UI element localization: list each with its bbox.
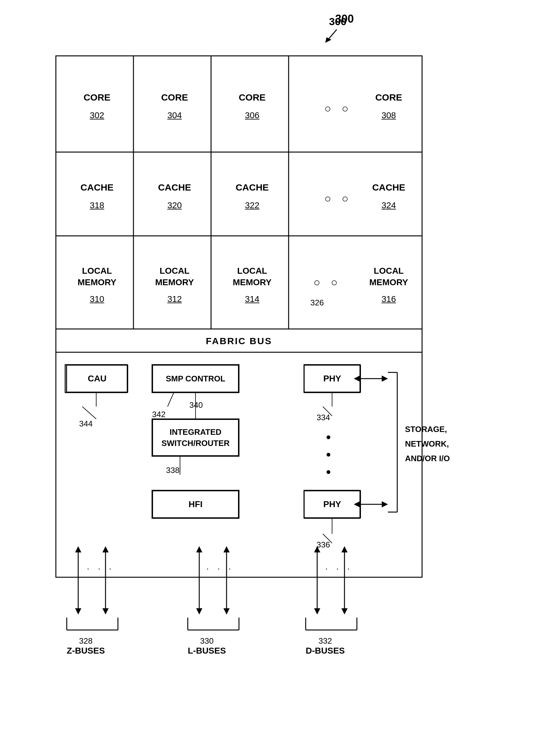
cache-320-ref: 320 bbox=[167, 200, 182, 210]
cache-318-label: CACHE bbox=[80, 182, 114, 193]
ref-326: 326 bbox=[310, 298, 324, 308]
smp-control-label: SMP CONTROL bbox=[166, 374, 225, 384]
phy-top-ref: 334 bbox=[317, 413, 330, 422]
core-308-ref: 308 bbox=[381, 110, 396, 120]
core-304-ref: 304 bbox=[167, 110, 182, 120]
mem-314-cell: LOCALMEMORY 314 bbox=[216, 241, 289, 329]
mem-312-cell: LOCALMEMORY 312 bbox=[138, 241, 211, 329]
core-302-cell: CORE 302 bbox=[61, 61, 133, 152]
svg-marker-70 bbox=[341, 546, 348, 552]
l-buses-label: 330 L-BUSES bbox=[188, 636, 226, 656]
core-308-label: CORE bbox=[375, 92, 402, 103]
phy-top-label: PHY bbox=[323, 374, 341, 384]
cache-318-cell: CACHE 318 bbox=[61, 157, 133, 236]
mem-312-ref: 312 bbox=[167, 294, 182, 304]
storage-network-label: STORAGE, NETWORK, AND/OR I/O bbox=[405, 422, 450, 466]
core-304-cell: CORE 304 bbox=[138, 61, 211, 152]
svg-marker-68 bbox=[341, 608, 348, 614]
core-304-label: CORE bbox=[161, 92, 188, 103]
svg-marker-59 bbox=[223, 546, 230, 552]
z-dots: . . . bbox=[87, 562, 115, 572]
d-dots: . . . bbox=[325, 562, 353, 572]
fabric-bus-label: FABRIC BUS bbox=[206, 336, 272, 346]
phy-top-box: PHY bbox=[304, 365, 361, 393]
svg-marker-33 bbox=[382, 501, 388, 507]
cache-324-label: CACHE bbox=[372, 182, 405, 193]
ref-338: 338 bbox=[166, 466, 179, 475]
storage-line2: NETWORK, bbox=[405, 437, 450, 451]
cau-ref: 344 bbox=[79, 419, 92, 429]
mem-314-label: LOCALMEMORY bbox=[233, 265, 272, 288]
cau-label: CAU bbox=[88, 374, 107, 384]
core-306-label: CORE bbox=[239, 92, 266, 103]
l-dots: . . . bbox=[206, 562, 234, 572]
svg-marker-48 bbox=[102, 546, 109, 552]
phy-bottom-ref: 336 bbox=[317, 540, 330, 550]
mem-316-label: LOCALMEMORY bbox=[369, 265, 408, 288]
svg-marker-1 bbox=[325, 37, 331, 43]
z-buses-label: 328 Z-BUSES bbox=[67, 636, 105, 656]
smp-control-box: SMP CONTROL bbox=[152, 365, 239, 393]
storage-line1: STORAGE, bbox=[405, 422, 450, 437]
svg-marker-57 bbox=[223, 608, 230, 614]
svg-line-0 bbox=[327, 29, 337, 40]
l-buses-text: L-BUSES bbox=[188, 646, 226, 656]
cache-324-cell: CACHE 324 bbox=[355, 157, 422, 236]
svg-line-24 bbox=[168, 393, 174, 407]
ref-340: 340 bbox=[189, 400, 203, 410]
svg-marker-64 bbox=[314, 608, 320, 614]
diagram-container: 300 bbox=[0, 0, 549, 756]
z-buses-text: Z-BUSES bbox=[67, 646, 105, 656]
figure-ref: 300 bbox=[329, 16, 347, 28]
cache-320-cell: CACHE 320 bbox=[138, 157, 211, 236]
phy-bottom-box: PHY bbox=[304, 490, 361, 518]
cache-324-ref: 324 bbox=[381, 200, 396, 210]
phy-vertical-dots: ●●● bbox=[326, 428, 331, 480]
hfi-box: HFI bbox=[152, 490, 239, 518]
core-302-ref: 302 bbox=[90, 110, 104, 120]
mem-316-cell: LOCALMEMORY 316 bbox=[355, 241, 422, 329]
d-buses-ref: 332 bbox=[306, 636, 345, 646]
svg-marker-53 bbox=[196, 608, 202, 614]
cache-322-ref: 322 bbox=[245, 200, 259, 210]
cau-box: CAU bbox=[66, 365, 128, 393]
smp-ref-342: 342 bbox=[152, 410, 165, 419]
svg-marker-42 bbox=[75, 608, 81, 614]
mem-316-ref: 316 bbox=[381, 294, 396, 304]
core-306-cell: CORE 306 bbox=[216, 61, 289, 152]
hfi-label: HFI bbox=[188, 499, 202, 509]
svg-line-23 bbox=[82, 407, 96, 419]
svg-marker-55 bbox=[196, 546, 202, 552]
l-buses-ref: 330 bbox=[188, 636, 226, 646]
svg-marker-44 bbox=[75, 546, 81, 552]
mem-310-label: LOCALMEMORY bbox=[78, 265, 116, 288]
svg-marker-30 bbox=[382, 376, 388, 382]
cache-320-label: CACHE bbox=[158, 182, 191, 193]
core-306-ref: 306 bbox=[245, 110, 259, 120]
memory-dots: ○ ○ bbox=[296, 270, 358, 295]
core-308-cell: CORE 308 bbox=[355, 61, 422, 152]
mem-314-ref: 314 bbox=[245, 294, 259, 304]
cache-322-cell: CACHE 322 bbox=[216, 157, 289, 236]
phy-bottom-label: PHY bbox=[323, 499, 341, 509]
cache-322-label: CACHE bbox=[236, 182, 269, 193]
core-302-label: CORE bbox=[83, 92, 110, 103]
svg-marker-46 bbox=[102, 608, 109, 614]
cache-318-ref: 318 bbox=[90, 200, 104, 210]
z-buses-ref: 328 bbox=[67, 636, 105, 646]
fabric-bus: FABRIC BUS bbox=[57, 330, 421, 352]
d-buses-text: D-BUSES bbox=[306, 646, 345, 656]
storage-line3: AND/OR I/O bbox=[405, 451, 450, 466]
integrated-switch-box: INTEGRATEDSWITCH/ROUTER bbox=[152, 419, 239, 456]
mem-312-label: LOCALMEMORY bbox=[155, 265, 194, 288]
d-buses-label: 332 D-BUSES bbox=[306, 636, 345, 656]
mem-310-ref: 310 bbox=[90, 294, 104, 304]
integrated-switch-label: INTEGRATEDSWITCH/ROUTER bbox=[161, 426, 230, 449]
mem-310-cell: LOCALMEMORY 310 bbox=[61, 241, 133, 329]
